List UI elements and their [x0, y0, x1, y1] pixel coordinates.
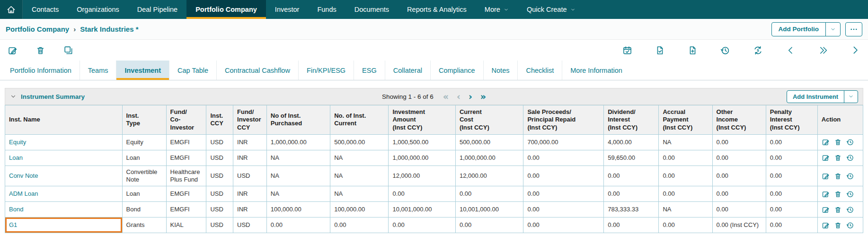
calendar-check-button[interactable]	[622, 45, 632, 55]
cell-other-income-inst-ccy: 0.00	[712, 202, 766, 218]
add-portfolio-label[interactable]: Add Portfolio	[772, 23, 825, 36]
cell-inst-type: Grants	[122, 218, 166, 233]
cell-no-of-inst-current: 500,000.00	[330, 134, 389, 150]
row-edit-button[interactable]	[822, 206, 830, 214]
cell-sale-proceeds-principal-repaid-inst-ccy: 0.00	[523, 150, 604, 165]
tab-more-information[interactable]: More Information	[562, 61, 630, 80]
cell-no-of-inst-current: 0.00	[330, 218, 389, 233]
cell-no-of-inst-purchased: NA	[266, 150, 330, 165]
row-edit-button[interactable]	[822, 154, 830, 162]
cell-other-income-inst-ccy: 0.00	[712, 134, 766, 150]
row-edit-button[interactable]	[822, 172, 830, 180]
delete-icon	[834, 190, 842, 198]
row-delete-button[interactable]	[834, 221, 842, 229]
instrument-link[interactable]: Conv Note	[5, 165, 123, 186]
nav-item-quick-create[interactable]: Quick Create	[518, 0, 585, 19]
action-cell	[817, 202, 863, 218]
nav-item-more[interactable]: More	[476, 0, 518, 19]
row-history-button[interactable]	[846, 206, 854, 214]
row-delete-button[interactable]	[834, 206, 842, 214]
add-instrument-dropdown-button[interactable]	[844, 91, 858, 103]
add-portfolio-dropdown-button[interactable]	[825, 23, 840, 36]
action-cell	[817, 165, 863, 186]
row-history-button[interactable]	[846, 154, 854, 162]
nav-item-reports-analytics[interactable]: Reports & Analytics	[398, 0, 476, 19]
cell-accrual-payment-inst-ccy: NA	[659, 134, 712, 150]
file-check-button[interactable]	[655, 45, 665, 55]
cell-other-income-inst-ccy: 0.00	[712, 150, 766, 165]
row-history-button[interactable]	[846, 138, 854, 146]
double-chevron-right-button[interactable]	[818, 45, 828, 55]
collapse-section-button[interactable]	[10, 93, 17, 100]
edit-icon	[822, 154, 830, 162]
nav-item-deal-pipeline[interactable]: Deal Pipeline	[128, 0, 186, 19]
first-page-button[interactable]: «	[443, 92, 449, 101]
row-delete-button[interactable]	[834, 138, 842, 146]
nav-item-documents[interactable]: Documents	[345, 0, 398, 19]
row-delete-button[interactable]	[834, 190, 842, 198]
nav-item-contacts[interactable]: Contacts	[23, 0, 68, 19]
toolbar-right-group: $	[622, 45, 828, 55]
instrument-link[interactable]: Loan	[5, 150, 123, 165]
instrument-link[interactable]: ADM Loan	[5, 186, 123, 202]
last-page-button[interactable]: »	[480, 92, 486, 101]
row-edit-button[interactable]	[822, 138, 830, 146]
nav-item-organizations[interactable]: Organizations	[68, 0, 128, 19]
delete-icon	[834, 206, 842, 214]
pagination: Showing 1 - 6 of 6 «‹›»	[382, 92, 486, 101]
cell-no-of-inst-current: NA	[330, 186, 389, 202]
delete-icon	[834, 138, 842, 146]
cell-investment-amount-inst-ccy: 0.00	[389, 186, 455, 202]
cell-dividend-interest-inst-ccy: 783,333.33	[604, 202, 659, 218]
prev-page-button[interactable]: ‹	[457, 92, 461, 101]
clone-button[interactable]	[63, 45, 73, 55]
row-edit-button[interactable]	[822, 190, 830, 198]
instrument-link[interactable]: G1	[5, 218, 123, 233]
tab-fin-kpi-esg[interactable]: Fin/KPI/ESG	[298, 61, 354, 80]
cell-investment-amount-inst-ccy: 1,000,000.00	[389, 150, 455, 165]
add-portfolio-button[interactable]: Add Portfolio	[771, 22, 841, 36]
tab-investment[interactable]: Investment	[116, 61, 169, 80]
nav-item-investor[interactable]: Investor	[266, 0, 309, 19]
cell-fund-co-investor: Healthcare Plus Fund	[166, 165, 206, 186]
edit-icon	[822, 206, 830, 214]
row-history-button[interactable]	[846, 172, 854, 180]
next-page-button[interactable]: ›	[469, 92, 472, 101]
nav-item-portfolio-company[interactable]: Portfolio Company	[186, 0, 266, 19]
row-history-button[interactable]	[846, 190, 854, 198]
more-actions-button[interactable]	[845, 22, 862, 36]
home-button[interactable]	[0, 0, 23, 19]
column-header-inst-ccy: Inst. CCY	[206, 105, 233, 135]
file-add-button[interactable]	[688, 45, 698, 55]
add-instrument-button[interactable]: Add Instrument	[787, 90, 858, 103]
add-instrument-label[interactable]: Add Instrument	[787, 91, 844, 103]
tab-bar: Portfolio InformationTeamsInvestmentCap …	[0, 61, 868, 80]
instrument-link[interactable]: Bond	[5, 202, 123, 218]
cell-other-income-inst-ccy: 0.00	[712, 186, 766, 202]
instrument-link[interactable]: Equity	[5, 134, 123, 150]
tab-contractual-cashflow[interactable]: Contractual Cashflow	[216, 61, 298, 80]
content-area: Instrument Summary Showing 1 - 6 of 6 «‹…	[0, 80, 868, 233]
tab-portfolio-information[interactable]: Portfolio Information	[2, 61, 80, 80]
row-history-button[interactable]	[846, 221, 854, 229]
tab-collateral[interactable]: Collateral	[385, 61, 430, 80]
history-button[interactable]	[720, 45, 730, 55]
breadcrumb-section[interactable]: Portfolio Company	[6, 25, 69, 33]
row-edit-button[interactable]	[822, 221, 830, 229]
tab-compliance[interactable]: Compliance	[430, 61, 483, 80]
nav-item-label: Portfolio Company	[195, 6, 257, 13]
tab-esg[interactable]: ESG	[354, 61, 385, 80]
row-delete-button[interactable]	[834, 172, 842, 180]
instrument-table: Inst. NameInst. TypeFund/ Co- InvestorIn…	[5, 105, 863, 233]
tab-notes[interactable]: Notes	[483, 61, 518, 80]
tab-checklist[interactable]: Checklist	[517, 61, 562, 80]
row-delete-button[interactable]	[834, 154, 842, 162]
tab-teams[interactable]: Teams	[80, 61, 116, 80]
currency-sync-button[interactable]: $	[753, 45, 763, 55]
nav-item-funds[interactable]: Funds	[308, 0, 345, 19]
delete-button[interactable]	[35, 45, 45, 55]
edit-button[interactable]	[8, 45, 18, 55]
tab-cap-table[interactable]: Cap Table	[169, 61, 216, 80]
chevron-left-button[interactable]	[786, 45, 796, 55]
chevron-right-button[interactable]	[850, 45, 860, 55]
